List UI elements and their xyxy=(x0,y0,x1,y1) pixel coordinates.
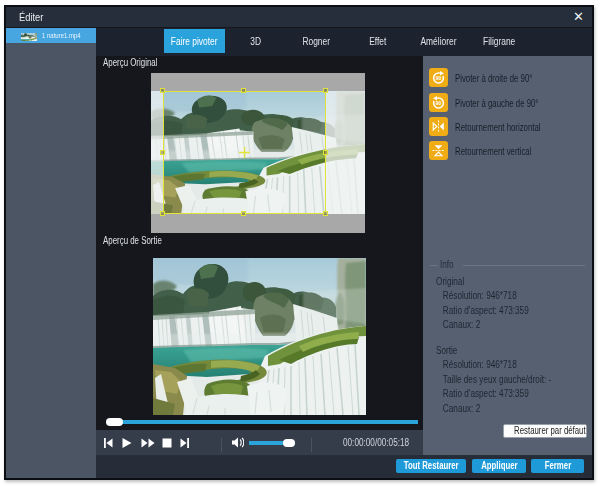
svg-text:90: 90 xyxy=(436,100,442,106)
svg-text:90: 90 xyxy=(436,75,442,81)
